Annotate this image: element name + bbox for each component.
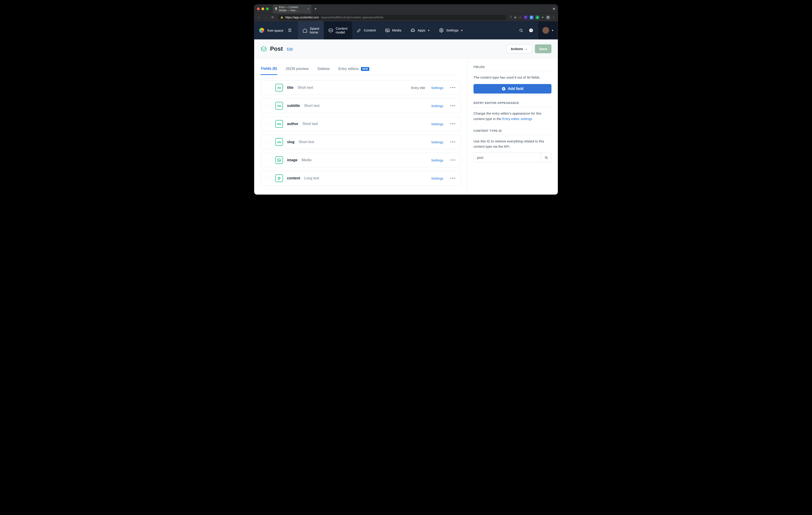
caret-down-icon: ▼: [461, 29, 463, 32]
star-icon[interactable]: ☆: [519, 16, 522, 19]
nav-content[interactable]: Content: [352, 21, 380, 39]
field-row[interactable]: ⋮⋮AbsubtitleShort textSettings•••: [261, 98, 461, 113]
new-tab-button[interactable]: +: [313, 6, 318, 11]
field-type-icon: [275, 156, 283, 164]
extensions-puzzle-icon[interactable]: ✦: [542, 16, 544, 19]
tab-sidebar[interactable]: Sidebar: [317, 64, 330, 75]
content-type-id-input[interactable]: [474, 153, 541, 162]
field-type: Short text: [299, 140, 314, 144]
more-menu-icon[interactable]: •••: [447, 176, 456, 181]
field-row[interactable]: ⋮⋮contentLong textSettings•••: [261, 171, 461, 185]
fields-usage-text: The content type has used 6 out of 50 fi…: [473, 75, 551, 80]
more-menu-icon[interactable]: •••: [447, 140, 456, 145]
save-button[interactable]: Save: [535, 44, 551, 53]
field-row[interactable]: ⋮⋮AbslugShort textSettings•••: [261, 135, 461, 149]
profile-badge[interactable]: D: [546, 16, 550, 19]
url-path: /spaces/0sdt661c42qh/content_types/post/…: [321, 16, 383, 19]
forward-button[interactable]: →: [264, 16, 268, 19]
translate-icon[interactable]: ⠸: [510, 16, 512, 19]
url-host: https://app.contentful.com: [285, 16, 319, 19]
close-icon[interactable]: ×: [307, 7, 309, 11]
tab-label: Entry editors: [339, 67, 359, 71]
add-field-button[interactable]: Add field: [473, 84, 551, 94]
nav-media[interactable]: Media: [380, 21, 406, 39]
more-menu-icon[interactable]: •••: [447, 158, 456, 162]
edit-link[interactable]: Edit: [287, 47, 293, 51]
browser-tab[interactable]: Post — Content Model — free-… ×: [273, 4, 311, 13]
field-type-icon: [275, 174, 283, 182]
chrome-menu[interactable]: ⋮: [552, 16, 555, 19]
contentful-favicon: [275, 7, 277, 10]
back-button[interactable]: ←: [257, 16, 261, 19]
extension-icon[interactable]: G: [530, 16, 533, 19]
drag-handle-icon[interactable]: ⋮⋮: [265, 122, 271, 126]
user-menu[interactable]: ▼: [538, 21, 558, 39]
drag-handle-icon[interactable]: ⋮⋮: [265, 141, 271, 144]
entry-editor-settings-link[interactable]: Entry editor settings: [502, 117, 532, 121]
field-settings-link[interactable]: Settings: [431, 158, 443, 162]
field-type-icon: Ab: [275, 138, 283, 146]
nav-apps[interactable]: Apps ▼: [406, 21, 434, 39]
nav-settings[interactable]: Settings ▼: [434, 21, 467, 39]
extension-icon[interactable]: ●: [535, 16, 539, 19]
field-name: subtitle: [287, 104, 300, 108]
address-bar[interactable]: 🔒 https://app.contentful.com/spaces/0sdt…: [277, 14, 507, 21]
search-icon[interactable]: [519, 28, 523, 33]
sidebar-heading: Fields: [473, 65, 551, 71]
field-type: Short text: [297, 86, 313, 90]
field-settings-link[interactable]: Settings: [431, 86, 443, 90]
drag-handle-icon[interactable]: ⋮⋮: [265, 158, 271, 162]
contentful-logo-icon[interactable]: [259, 28, 264, 33]
more-menu-icon[interactable]: •••: [447, 85, 456, 90]
nav-label: Media: [392, 28, 402, 32]
field-settings-link[interactable]: Settings: [431, 104, 443, 108]
field-settings-link[interactable]: Settings: [431, 122, 443, 126]
tab-entry-editors[interactable]: Entry editors NEW: [338, 64, 370, 75]
drag-handle-icon[interactable]: ⋮⋮: [265, 104, 271, 108]
chrome-account-dot[interactable]: [553, 8, 555, 10]
sidebar-heading: Content type ID: [473, 129, 551, 135]
drag-handle-icon[interactable]: ⋮⋮: [265, 86, 271, 89]
field-row[interactable]: ⋮⋮AbauthorShort textSettings•••: [261, 117, 461, 131]
image-icon: [385, 28, 390, 33]
field-settings-link[interactable]: Settings: [431, 140, 443, 144]
pencil-icon: [357, 28, 361, 33]
zoom-icon[interactable]: ⊕: [514, 16, 517, 19]
reload-button[interactable]: ⟳: [270, 16, 274, 19]
field-type: Short text: [304, 104, 319, 108]
nav-label: Content model: [336, 27, 348, 34]
more-menu-icon[interactable]: •••: [447, 122, 456, 126]
copy-button[interactable]: [541, 153, 551, 162]
home-icon: [302, 28, 308, 33]
hamburger-icon[interactable]: ☰: [287, 28, 293, 33]
field-type-icon: Ab: [275, 84, 283, 91]
field-type-icon: Ab: [275, 120, 283, 128]
nav-content-model[interactable]: Content model: [324, 21, 352, 39]
entry-title-tag: Entry title: [411, 86, 425, 90]
space-name[interactable]: free-space: [267, 29, 284, 32]
drag-handle-icon[interactable]: ⋮⋮: [265, 177, 271, 180]
add-field-label: Add field: [508, 87, 523, 91]
extension-icon[interactable]: 7: [524, 16, 527, 19]
nav-space-home[interactable]: Space home: [298, 21, 324, 39]
window-traffic-lights[interactable]: [257, 7, 269, 10]
lock-icon: 🔒: [280, 16, 284, 19]
chevron-down-icon: ⌄: [525, 47, 527, 50]
field-row[interactable]: ⋮⋮imageMediaSettings•••: [261, 153, 461, 168]
content-type-box-icon: [261, 46, 267, 52]
content-type-header: Post Edit Actions ⌄ Save: [254, 39, 558, 58]
help-icon[interactable]: ?: [529, 28, 533, 33]
caret-down-icon: ▼: [428, 29, 430, 32]
actions-dropdown[interactable]: Actions ⌄: [506, 44, 532, 53]
field-settings-link[interactable]: Settings: [431, 176, 443, 180]
more-menu-icon[interactable]: •••: [447, 103, 456, 108]
tab-fields[interactable]: Fields (6): [261, 64, 277, 75]
field-name: author: [287, 122, 298, 126]
save-label: Save: [539, 47, 547, 51]
tab-json-preview[interactable]: JSON preview: [285, 64, 309, 75]
svg-point-2: [441, 30, 442, 31]
actions-label: Actions: [511, 47, 523, 51]
field-row[interactable]: ⋮⋮AbtitleShort textEntry titleSettings••…: [261, 81, 461, 95]
caret-down-icon: ▼: [551, 29, 554, 32]
page-title: Post: [270, 45, 283, 52]
